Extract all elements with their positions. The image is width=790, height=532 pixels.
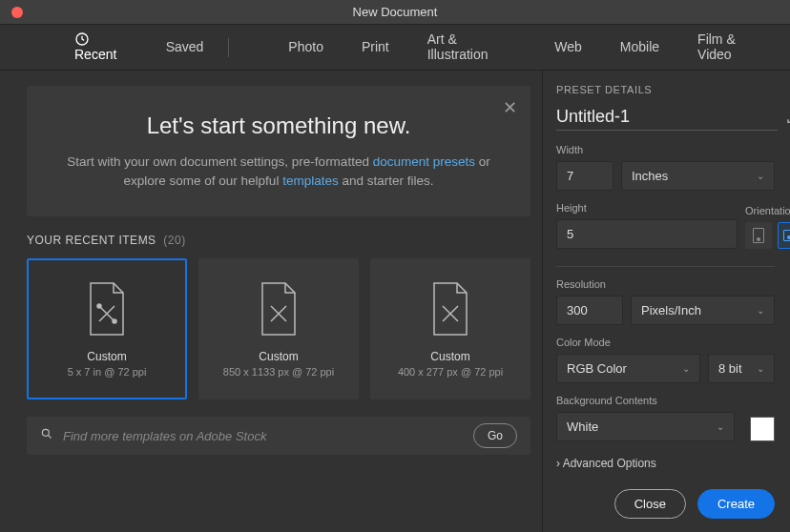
tab-web[interactable]: Web [552, 28, 584, 67]
card-name: Custom [430, 350, 469, 363]
tab-divider [228, 38, 229, 57]
resolution-input[interactable] [556, 296, 623, 325]
resolution-unit-select[interactable]: Pixels/Inch ⌄ [631, 296, 775, 325]
document-icon [428, 281, 472, 337]
hero-text-frag: Start with your own document settings, p… [67, 154, 372, 169]
height-input[interactable] [556, 219, 738, 249]
unit-select[interactable]: Inches ⌄ [621, 161, 775, 191]
card-sub: 400 x 277 px @ 72 ppi [398, 366, 503, 378]
unit-value: Inches [632, 169, 668, 183]
svg-point-2 [113, 319, 116, 323]
card-sub: 850 x 1133 px @ 72 ppi [223, 366, 334, 378]
document-name-input[interactable] [556, 107, 778, 131]
hero-panel: ✕ Let's start something new. Start with … [27, 86, 530, 216]
chevron-down-icon: ⌄ [757, 363, 764, 374]
document-presets-link[interactable]: document presets [373, 154, 475, 169]
hero-text-frag: and starter files. [339, 174, 434, 188]
bitdepth-value: 8 bit [718, 361, 742, 376]
resolution-label: Resolution [556, 278, 775, 290]
preset-details-header: PRESET DETAILS [556, 84, 775, 95]
hero-text: Start with your own document settings, p… [65, 153, 492, 190]
colormode-value: RGB Color [567, 361, 627, 376]
save-preset-icon[interactable] [785, 111, 790, 127]
orientation-portrait[interactable] [745, 222, 772, 249]
clock-icon [74, 31, 95, 47]
chevron-down-icon: ⌄ [757, 305, 764, 316]
templates-link[interactable]: templates [282, 174, 339, 188]
close-button[interactable]: Close [614, 489, 686, 519]
recent-items-header: YOUR RECENT ITEMS (20) [27, 234, 530, 247]
card-name: Custom [87, 350, 126, 363]
height-label: Height [556, 202, 738, 214]
tab-saved[interactable]: Saved [164, 28, 206, 67]
width-input[interactable] [556, 161, 613, 191]
tab-mobile[interactable]: Mobile [618, 28, 661, 67]
tab-recent-label: Recent [74, 47, 116, 62]
create-button[interactable]: Create [697, 489, 775, 519]
close-icon[interactable]: ✕ [503, 97, 517, 118]
tab-print[interactable]: Print [360, 28, 391, 67]
hero-title: Let's start something new. [65, 113, 492, 139]
tab-art[interactable]: Art & Illustration [426, 20, 519, 74]
go-button[interactable]: Go [473, 423, 517, 448]
document-icon [257, 281, 301, 337]
recent-cards: Custom 5 x 7 in @ 72 ppi Custom 850 x 11… [27, 258, 530, 399]
recent-card[interactable]: Custom 400 x 277 px @ 72 ppi [370, 258, 530, 399]
orientation-label: Orientation [745, 205, 790, 216]
orientation-landscape[interactable] [778, 222, 790, 249]
chevron-down-icon: ⌄ [757, 171, 764, 181]
stock-searchbar: Go [27, 417, 530, 455]
close-window-icon[interactable] [11, 7, 23, 18]
left-pane: ✕ Let's start something new. Start with … [0, 71, 542, 532]
svg-point-1 [97, 304, 101, 308]
document-icon [85, 281, 129, 337]
tab-recent[interactable]: Recent [73, 20, 141, 74]
tab-photo[interactable]: Photo [286, 28, 325, 67]
bg-label: Background Contents [556, 395, 775, 406]
recent-card[interactable]: Custom 5 x 7 in @ 72 ppi [27, 258, 187, 399]
tab-film[interactable]: Film & Video [696, 20, 771, 74]
colormode-label: Color Mode [556, 337, 775, 348]
portrait-icon [753, 228, 764, 243]
preset-details-panel: PRESET DETAILS Width Inches ⌄ Height [542, 71, 790, 532]
new-document-window: New Document Recent Saved Photo Print Ar… [0, 0, 790, 532]
chevron-down-icon: ⌄ [682, 363, 690, 374]
card-sub: 5 x 7 in @ 72 ppi [68, 366, 147, 378]
bg-value: White [567, 419, 598, 434]
search-input[interactable] [63, 429, 464, 443]
chevron-right-icon: › [556, 457, 560, 470]
category-tabs: Recent Saved Photo Print Art & Illustrat… [0, 25, 790, 71]
svg-point-3 [42, 429, 49, 436]
advanced-options-toggle[interactable]: › Advanced Options [556, 457, 775, 470]
bg-swatch[interactable] [750, 417, 775, 441]
chevron-down-icon: ⌄ [717, 421, 724, 432]
bitdepth-select[interactable]: 8 bit ⌄ [708, 354, 775, 383]
bg-select[interactable]: White ⌄ [556, 412, 735, 441]
titlebar: New Document [0, 0, 790, 25]
divider [556, 266, 775, 267]
recent-items-label: YOUR RECENT ITEMS [27, 234, 156, 247]
advanced-label: Advanced Options [563, 457, 656, 470]
landscape-icon [783, 230, 790, 241]
recent-items-count: (20) [163, 234, 185, 247]
card-name: Custom [259, 350, 298, 363]
resolution-unit-value: Pixels/Inch [641, 303, 701, 317]
window-title: New Document [0, 5, 790, 19]
colormode-select[interactable]: RGB Color ⌄ [556, 354, 700, 383]
width-label: Width [556, 144, 775, 155]
recent-card[interactable]: Custom 850 x 1133 px @ 72 ppi [198, 258, 359, 399]
search-icon [40, 427, 53, 444]
